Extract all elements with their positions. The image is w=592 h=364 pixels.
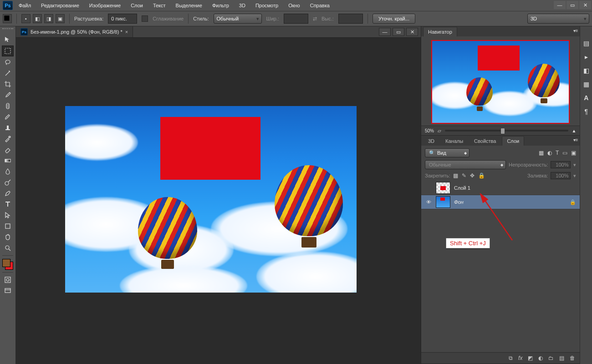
close-tab-icon[interactable]: × bbox=[125, 29, 128, 35]
color-swatches[interactable] bbox=[2, 259, 13, 270]
shape-tool[interactable] bbox=[2, 221, 13, 231]
menu-view[interactable]: Просмотр bbox=[251, 1, 282, 10]
menu-select[interactable]: Выделение bbox=[172, 1, 206, 10]
menu-help[interactable]: Справка bbox=[306, 1, 334, 10]
character-panel-icon[interactable]: A bbox=[582, 94, 590, 102]
move-tool[interactable] bbox=[2, 35, 13, 45]
eyedropper-tool[interactable] bbox=[2, 90, 13, 100]
layers-panel-menu-icon[interactable]: ▾≡ bbox=[573, 137, 578, 142]
navigator-thumbnail[interactable] bbox=[431, 40, 570, 124]
panel-menu-icon[interactable]: ▾≡ bbox=[573, 28, 578, 33]
hand-tool[interactable] bbox=[2, 232, 13, 242]
filter-shape-icon[interactable]: ▭ bbox=[562, 150, 567, 156]
style-select[interactable]: Обычный bbox=[214, 14, 262, 24]
eraser-tool[interactable] bbox=[2, 145, 13, 155]
layer-thumbnail[interactable] bbox=[436, 196, 450, 208]
history-brush-tool[interactable] bbox=[2, 134, 13, 144]
history-panel-icon[interactable]: ▤ bbox=[582, 39, 590, 47]
menu-image[interactable]: Изображение bbox=[85, 1, 125, 10]
filter-smart-icon[interactable]: ▣ bbox=[571, 150, 576, 156]
actions-panel-icon[interactable]: ▸ bbox=[582, 53, 590, 61]
layer-name[interactable]: Фон bbox=[454, 199, 464, 205]
adjustment-layer-icon[interactable]: ◐ bbox=[538, 355, 543, 361]
link-layers-icon[interactable]: ⧉ bbox=[509, 355, 513, 361]
menu-text[interactable]: Текст bbox=[149, 1, 170, 10]
blur-tool[interactable] bbox=[2, 167, 13, 177]
tab-channels[interactable]: Каналы bbox=[440, 136, 468, 146]
zoom-in-icon[interactable]: ▲ bbox=[572, 128, 577, 133]
doc-close[interactable]: ✕ bbox=[406, 28, 418, 36]
lock-trans-icon[interactable]: ▩ bbox=[453, 172, 458, 179]
lasso-tool[interactable] bbox=[2, 57, 13, 67]
fill-value[interactable]: 100% bbox=[551, 172, 571, 179]
layer-row[interactable]: 👁 Фон 🔒 bbox=[421, 195, 580, 209]
window-close[interactable]: ✕ bbox=[579, 1, 591, 9]
antialias-checkbox[interactable] bbox=[142, 15, 148, 22]
zoom-out-icon[interactable]: ▱ bbox=[438, 128, 441, 133]
blend-mode-select[interactable]: Обычные bbox=[425, 160, 506, 169]
delete-layer-icon[interactable]: 🗑 bbox=[570, 355, 575, 361]
new-layer-icon[interactable]: ▤ bbox=[559, 355, 564, 361]
workspace-select[interactable]: 3D bbox=[527, 14, 589, 24]
navigator-zoom-value[interactable]: 50% bbox=[425, 128, 434, 133]
toolbox-grip[interactable] bbox=[2, 28, 13, 32]
menu-window[interactable]: Окно bbox=[284, 1, 304, 10]
lock-pixels-icon[interactable]: ✎ bbox=[462, 172, 466, 179]
quickmask-toggle[interactable] bbox=[2, 275, 13, 285]
foreground-color-swatch[interactable] bbox=[2, 259, 10, 267]
zoom-tool[interactable] bbox=[2, 243, 13, 253]
layer-group-icon[interactable]: 🗀 bbox=[548, 355, 554, 361]
opacity-value[interactable]: 100% bbox=[551, 161, 571, 168]
menu-layers[interactable]: Слои bbox=[127, 1, 147, 10]
dodge-tool[interactable] bbox=[2, 177, 13, 187]
layer-filter-kind[interactable]: 🔍Вид bbox=[425, 148, 470, 157]
visibility-toggle[interactable] bbox=[425, 184, 432, 192]
sel-sub-icon[interactable]: ◨ bbox=[44, 14, 53, 23]
window-maximize[interactable]: ▭ bbox=[566, 1, 578, 9]
fill-drop-icon[interactable]: ▾ bbox=[573, 173, 576, 179]
filter-pixel-icon[interactable]: ▦ bbox=[539, 150, 544, 156]
navigator-tab[interactable]: Навигатор bbox=[423, 27, 457, 36]
filter-type-icon[interactable]: T bbox=[556, 150, 559, 156]
color-panel-icon[interactable]: ◧ bbox=[582, 66, 590, 75]
stamp-tool[interactable] bbox=[2, 123, 13, 133]
layer-name[interactable]: Слой 1 bbox=[454, 185, 470, 191]
sel-intersect-icon[interactable]: ▣ bbox=[56, 14, 65, 23]
screenmode-toggle[interactable] bbox=[2, 286, 13, 296]
paragraph-panel-icon[interactable]: ¶ bbox=[582, 107, 590, 116]
menu-filter[interactable]: Фильтр bbox=[208, 1, 233, 10]
doc-maximize[interactable]: ▭ bbox=[393, 28, 404, 36]
type-tool[interactable] bbox=[2, 199, 13, 209]
swatches-panel-icon[interactable]: ▦ bbox=[582, 80, 590, 88]
visibility-toggle[interactable]: 👁 bbox=[425, 198, 432, 206]
opacity-drop-icon[interactable]: ▾ bbox=[573, 162, 576, 168]
feather-input[interactable]: 0 пикс. bbox=[108, 14, 137, 24]
gradient-tool[interactable] bbox=[2, 156, 13, 166]
wand-tool[interactable] bbox=[2, 68, 13, 78]
layer-mask-icon[interactable]: ◩ bbox=[528, 355, 533, 361]
layer-row[interactable]: Слой 1 bbox=[421, 181, 580, 195]
layer-fx-icon[interactable]: fx bbox=[518, 355, 522, 361]
pen-tool[interactable] bbox=[2, 188, 13, 198]
lock-pos-icon[interactable]: ✥ bbox=[470, 172, 475, 179]
sel-new-icon[interactable]: ▪ bbox=[21, 14, 31, 23]
menu-3d[interactable]: 3D bbox=[235, 1, 250, 10]
filter-adjust-icon[interactable]: ◐ bbox=[547, 150, 552, 156]
zoom-slider[interactable] bbox=[445, 130, 568, 131]
marquee-tool[interactable] bbox=[2, 46, 14, 56]
canvas[interactable] bbox=[65, 106, 357, 293]
tab-layers[interactable]: Слои bbox=[502, 136, 524, 146]
window-minimize[interactable]: — bbox=[554, 1, 566, 9]
tool-preset-icon[interactable] bbox=[3, 14, 12, 23]
layer-lock-icon[interactable]: 🔒 bbox=[570, 199, 576, 205]
refine-edge-button[interactable]: Уточн. край... bbox=[373, 14, 415, 24]
doc-minimize[interactable]: — bbox=[379, 28, 391, 36]
menu-file[interactable]: Файл bbox=[15, 1, 35, 10]
tab-properties[interactable]: Свойства bbox=[469, 136, 501, 146]
path-select-tool[interactable] bbox=[2, 210, 13, 220]
brush-tool[interactable] bbox=[2, 112, 13, 122]
tab-3d[interactable]: 3D bbox=[423, 136, 439, 146]
document-tab[interactable]: Ps Без-имени-1.png @ 50% (Фон, RGB/8) * … bbox=[16, 26, 133, 37]
layer-thumbnail[interactable] bbox=[436, 182, 450, 194]
lock-all-icon[interactable]: 🔒 bbox=[478, 172, 485, 179]
